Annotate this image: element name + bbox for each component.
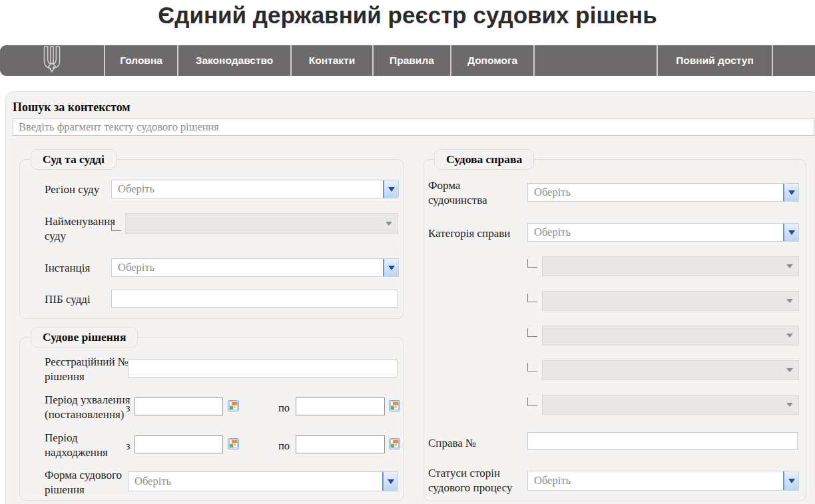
nav-item-rules[interactable]: Правила bbox=[374, 45, 451, 76]
fieldset-decision: Судове рішення Реєстраційний № рішення П… bbox=[19, 337, 404, 501]
party-status-label: Статуси сторін судового процесу bbox=[428, 466, 529, 495]
chevron-down-icon bbox=[380, 214, 398, 233]
adoption-from-input[interactable] bbox=[135, 397, 223, 415]
fieldset-case: Судова справа Форма судочинства Оберіть … bbox=[423, 159, 806, 501]
chevron-down-icon bbox=[781, 326, 798, 345]
region-select[interactable]: Оберіть bbox=[111, 180, 399, 198]
instance-select[interactable]: Оберіть bbox=[111, 258, 399, 277]
nav-item-full-access[interactable]: Повний доступ bbox=[658, 45, 773, 76]
court-name-label: Найменування суду bbox=[45, 214, 117, 244]
chevron-down-icon[interactable] bbox=[783, 224, 798, 241]
fieldset-decision-legend: Судове рішення bbox=[31, 327, 138, 348]
page-root: Єдиний державний реєстр судових рішень Г… bbox=[0, 0, 815, 504]
branch-connector-icon bbox=[527, 363, 537, 372]
chevron-down-icon bbox=[781, 292, 798, 310]
branch-connector-icon bbox=[527, 294, 537, 302]
branch-connector-icon bbox=[527, 328, 537, 337]
receipt-period-label: Період надходження bbox=[45, 431, 125, 460]
home-logo[interactable] bbox=[0, 45, 105, 76]
fieldset-court: Суд та судді Регіон суду Оберіть Наймену… bbox=[19, 159, 404, 319]
subcategory-select-1 bbox=[542, 256, 799, 276]
judge-name-label: ПІБ судді bbox=[45, 292, 91, 307]
receipt-from-label: з bbox=[126, 439, 131, 453]
subcategory-select-4 bbox=[542, 360, 799, 380]
adoption-to-input[interactable] bbox=[296, 397, 385, 415]
nav-item-legislation[interactable]: Законодавство bbox=[178, 45, 292, 76]
proceedings-form-select[interactable]: Оберіть bbox=[527, 183, 799, 202]
chevron-down-icon[interactable] bbox=[383, 180, 398, 198]
nav-item-help[interactable]: Допомога bbox=[451, 45, 535, 76]
trident-icon bbox=[40, 45, 64, 76]
calendar-icon[interactable] bbox=[228, 400, 239, 411]
nav-spacer-end bbox=[773, 45, 815, 76]
chevron-down-icon bbox=[781, 257, 798, 276]
case-number-input[interactable] bbox=[527, 432, 798, 450]
subcategory-select-3 bbox=[542, 326, 799, 346]
judge-name-input[interactable] bbox=[111, 290, 398, 308]
fieldset-case-legend: Судова справа bbox=[434, 149, 534, 170]
party-status-select[interactable]: Оберіть bbox=[527, 471, 799, 491]
proceedings-form-label: Форма судочинства bbox=[428, 178, 507, 208]
chevron-down-icon[interactable] bbox=[382, 472, 398, 491]
case-category-label: Категорія справи bbox=[428, 226, 528, 241]
chevron-down-icon[interactable] bbox=[783, 471, 798, 490]
decision-form-label: Форма судового рішення bbox=[45, 468, 141, 497]
context-search-input[interactable] bbox=[13, 118, 814, 136]
calendar-icon[interactable] bbox=[228, 438, 239, 449]
context-search-label: Пошук за контекстом bbox=[13, 101, 131, 115]
case-category-select[interactable]: Оберіть bbox=[527, 223, 799, 242]
calendar-icon[interactable] bbox=[389, 438, 400, 449]
adoption-from-label: з bbox=[126, 401, 131, 415]
branch-connector-icon bbox=[527, 259, 537, 268]
case-number-label: Справа № bbox=[428, 436, 476, 451]
decision-form-select[interactable]: Оберіть bbox=[128, 471, 398, 491]
branch-connector-icon bbox=[527, 397, 537, 406]
registration-number-label: Реєстраційний № рішення bbox=[45, 355, 135, 384]
search-form-panel: Пошук за контекстом Суд та судді Регіон … bbox=[5, 91, 815, 504]
branch-connector-icon bbox=[111, 222, 121, 231]
receipt-from-input[interactable] bbox=[135, 435, 223, 453]
chevron-down-icon bbox=[781, 395, 798, 414]
main-navbar: Головна Законодавство Контакти Правила Д… bbox=[0, 45, 815, 76]
region-label: Регіон суду bbox=[45, 182, 99, 197]
subcategory-select-5 bbox=[542, 395, 799, 415]
nav-spacer bbox=[535, 45, 658, 76]
receipt-to-label: по bbox=[278, 439, 290, 453]
subcategory-select-2 bbox=[542, 291, 799, 311]
calendar-icon[interactable] bbox=[389, 400, 400, 411]
chevron-down-icon[interactable] bbox=[383, 259, 398, 276]
chevron-down-icon bbox=[781, 361, 798, 379]
fieldset-court-legend: Суд та судді bbox=[31, 149, 117, 170]
chevron-down-icon[interactable] bbox=[783, 184, 798, 201]
court-name-select-disabled bbox=[125, 213, 398, 234]
registration-number-input[interactable] bbox=[128, 360, 398, 378]
instance-label: Інстанція bbox=[45, 261, 90, 276]
nav-item-home[interactable]: Головна bbox=[105, 45, 178, 76]
nav-item-contacts[interactable]: Контакти bbox=[292, 45, 374, 76]
receipt-to-input[interactable] bbox=[296, 435, 385, 453]
page-title: Єдиний державний реєстр судових рішень bbox=[0, 2, 815, 29]
adoption-to-label: по bbox=[278, 401, 290, 415]
